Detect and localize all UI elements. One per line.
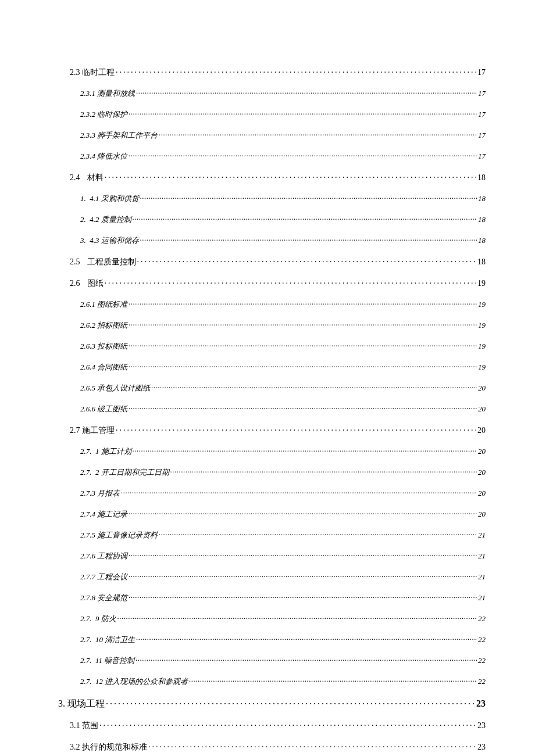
- toc-page-number: 19: [477, 279, 486, 287]
- leader-dots: [159, 530, 477, 538]
- toc-entry: 2.3.4 降低水位17: [80, 151, 486, 160]
- leader-dots: [148, 741, 476, 750]
- leader-dots: [140, 235, 477, 243]
- toc-page-number: 21: [478, 572, 486, 581]
- toc-page-number: 22: [478, 656, 486, 664]
- toc-title: 3.2 执行的规范和标准: [70, 742, 147, 751]
- toc-entry: 2.6图纸19: [70, 278, 486, 287]
- toc-title: 4.3 运输和储存: [90, 235, 139, 244]
- leader-dots: [129, 299, 477, 307]
- leader-dots: [129, 572, 477, 579]
- toc-title: 2.6: [70, 279, 80, 287]
- leader-dots: [105, 172, 477, 180]
- leader-dots: [129, 551, 477, 558]
- toc-prefix: 2.7.: [80, 677, 92, 685]
- toc-page-number: 18: [478, 194, 486, 202]
- toc-entry: 2.6.1 图纸标准19: [80, 299, 486, 308]
- toc-title: 2.6.3 投标图纸: [80, 341, 127, 350]
- leader-dots: [116, 425, 476, 433]
- toc-entry: 2.7. 1 施工计划20: [80, 446, 486, 455]
- toc-entry: 2.7 施工管理20: [70, 425, 486, 434]
- toc-title-2: 图纸: [87, 278, 104, 287]
- toc-prefix: 2.: [80, 215, 86, 223]
- toc-title: 11 噪音控制: [95, 655, 134, 664]
- leader-dots: [129, 404, 477, 411]
- toc-entry: 2.5工程质量控制18: [70, 256, 486, 266]
- toc-title: 4.2 质量控制: [90, 214, 131, 223]
- toc-title: 2.6.2 招标图纸: [80, 320, 127, 329]
- toc-title: 9 防火: [95, 614, 116, 622]
- toc-title: 2.7.6 工程协调: [80, 551, 127, 560]
- toc-title: 3.1 范围: [70, 721, 98, 729]
- toc-page-number: 19: [478, 321, 486, 329]
- toc-entry: 3. 现场工程23: [58, 697, 486, 708]
- toc-title: 1 施工计划: [95, 446, 131, 455]
- toc-page-number: 17: [477, 68, 486, 76]
- leader-dots: [116, 67, 476, 75]
- toc-prefix: 2.7.: [80, 447, 92, 455]
- toc-page-number: 17: [478, 89, 486, 97]
- toc-title: 2.3.2 临时保护: [80, 109, 127, 118]
- toc-title: 2.5: [70, 257, 80, 266]
- toc-entry: 3.1 范围23: [70, 720, 486, 729]
- toc-page-number: 20: [477, 426, 486, 434]
- toc-entry: 2.6.3 投标图纸19: [80, 341, 486, 350]
- leader-dots: [133, 214, 477, 222]
- toc-entry: 2.3.3 脚手架和工作平台17: [80, 130, 486, 139]
- leader-dots: [129, 341, 477, 349]
- leader-dots: [121, 488, 477, 496]
- leader-dots: [151, 383, 477, 390]
- toc-entry: 2.7. 9 防火22: [80, 614, 486, 622]
- toc-page-number: 23: [477, 721, 486, 729]
- toc-title: 2.3.3 脚手架和工作平台: [80, 130, 158, 139]
- toc-entry: 2.7. 12 进入现场的公众和参观者22: [80, 676, 486, 685]
- toc-entry: 2. 4.2 质量控制18: [80, 214, 486, 223]
- toc-title: 2.7.5 施工音像记录资料: [80, 530, 158, 539]
- toc-entry: 2.7. 11 噪音控制22: [80, 655, 486, 664]
- toc-page-number: 20: [478, 384, 486, 392]
- toc-page-number: 19: [478, 363, 486, 371]
- leader-dots: [129, 593, 477, 600]
- toc-page-number: 19: [478, 300, 486, 308]
- toc-page-number: 21: [478, 531, 486, 539]
- leader-dots: [117, 614, 477, 621]
- toc-entry: 2.7.4 施工记录20: [80, 509, 486, 518]
- toc-page-number: 22: [478, 614, 486, 622]
- toc-entry: 2.6.6 竣工图纸20: [80, 404, 486, 413]
- toc-page-number: 17: [478, 131, 486, 139]
- table-of-contents: 2.3 临时工程172.3.1 测量和放线172.3.2 临时保护172.3.3…: [58, 67, 486, 751]
- toc-page-number: 18: [477, 173, 486, 181]
- toc-entry: 2.7.5 施工音像记录资料21: [80, 530, 486, 539]
- leader-dots: [136, 88, 477, 96]
- toc-title: 2.6.6 竣工图纸: [80, 404, 127, 413]
- toc-prefix: 3.: [80, 236, 86, 244]
- toc-title: 2.7.7 工程会议: [80, 572, 127, 581]
- toc-page-number: 22: [478, 635, 486, 643]
- toc-entry: 2.6.4 合同图纸19: [80, 362, 486, 371]
- leader-dots: [159, 130, 477, 138]
- toc-entry: 1. 4.1 采购和供货18: [80, 194, 486, 202]
- toc-page-number: 21: [478, 593, 486, 601]
- toc-title: 2.7 施工管理: [70, 425, 115, 434]
- toc-entry: 3.2 执行的规范和标准23: [70, 741, 486, 751]
- toc-page-number: 20: [478, 489, 486, 497]
- toc-prefix: 2.7.: [80, 614, 92, 622]
- leader-dots: [129, 509, 477, 517]
- toc-page-number: 20: [478, 447, 486, 455]
- toc-entry: 2.6.2 招标图纸19: [80, 320, 486, 329]
- toc-page-number: 21: [478, 551, 486, 560]
- toc-entry: 2.6.5 承包人设计图纸20: [80, 383, 486, 392]
- toc-title: 2.7.8 安全规范: [80, 593, 127, 601]
- toc-title: 2.6.1 图纸标准: [80, 299, 127, 308]
- leader-dots: [105, 278, 477, 286]
- toc-title: 2 开工日期和完工日期: [95, 467, 169, 476]
- toc-page-number: 20: [478, 468, 486, 476]
- toc-page-number: 18: [477, 257, 486, 266]
- leader-dots: [189, 676, 477, 684]
- toc-title: 4.1 采购和供货: [90, 194, 139, 202]
- toc-entry: 2.7.7 工程会议21: [80, 572, 486, 581]
- toc-page-number: 20: [478, 510, 486, 518]
- toc-page-number: 17: [478, 110, 486, 118]
- toc-title: 12 进入现场的公众和参观者: [95, 676, 188, 685]
- toc-page-number: 18: [478, 215, 486, 223]
